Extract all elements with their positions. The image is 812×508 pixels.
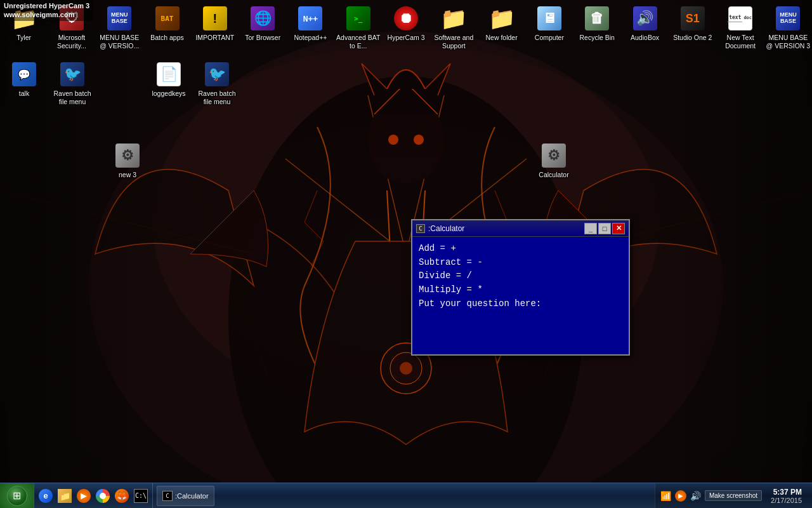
desktop-icon-computer[interactable]: 🖥 Computer [525,3,573,44]
start-button[interactable]: ⊞ [0,483,34,509]
tray-icon-media[interactable]: ▶ [675,490,686,502]
desktop-icon-studio-one-2[interactable]: S1 Studio One 2 [669,3,716,44]
desktop-icon-new-text-doc[interactable]: text doc New Text Document [716,3,764,52]
desktop-icon-calculator[interactable]: ⚙ Calculator [530,140,578,182]
make-screenshot-button[interactable]: Make screenshot [705,490,762,501]
windows-icon: ⊞ [13,490,21,502]
clock-area[interactable]: 5:37 PM 2/17/2015 [766,488,807,504]
desktop-icon-notepadpp[interactable]: N++ Notepad++ [287,3,334,44]
calc-line-5: Put your question here: [419,297,622,311]
desktop-icons-area: 📁 Tyler 🛡 Microsoft Security... MENUBASE… [0,0,812,483]
tray-icon-volume[interactable]: 🔊 [690,491,701,501]
calc-line-2: Subtract = - [419,256,622,270]
desktop-icon-menu-base-3[interactable]: MENUBASE MENU BASE @ VERSION 3 [764,3,812,52]
start-orb: ⊞ [7,486,27,506]
quick-launch-ie[interactable]: e [37,487,55,505]
system-tray: 📶 ▶ 🔊 Make screenshot 5:37 PM 2/17/2015 [655,483,812,508]
taskbar-items: C :Calculator [153,483,655,508]
tray-icon-network[interactable]: 📶 [660,491,671,501]
desktop-icon-new-3[interactable]: ⚙ new 3 [103,140,152,182]
calc-maximize-button[interactable]: □ [598,223,611,234]
desktop-icon-tyler[interactable]: 📁 Tyler [0,3,48,44]
clock-time: 5:37 PM [771,488,802,497]
desktop-icon-talk[interactable]: 💬 talk [0,58,48,100]
calc-line-4: Multiply = * [419,283,622,297]
taskbar-calc-label: :Calculator [175,492,209,500]
desktop-icon-loggedkeys[interactable]: 📄 loggedkeys [145,58,193,100]
calc-minimize-button[interactable]: _ [584,223,597,234]
calc-title-text: :Calculator [428,224,583,233]
desktop-icon-important[interactable]: ! IMPORTANT [191,3,239,44]
calculator-window: C :Calculator _ □ ✕ Add = + Subtract = -… [411,219,630,356]
quick-launch-explorer[interactable]: 📁 [56,487,74,505]
desktop-icon-batch-apps[interactable]: BAT Batch apps [143,3,191,44]
firefox-icon: 🦊 [115,489,129,503]
taskbar-item-calculator[interactable]: C :Calculator [157,486,214,506]
icon-row-top: 📁 Tyler 🛡 Microsoft Security... MENUBASE… [0,0,812,55]
ie-icon: e [39,489,53,503]
quick-launch-wmp[interactable]: ▶ [75,487,93,505]
desktop-icon-recycle-bin[interactable]: 🗑 Recycle Bin [573,3,621,44]
calc-title-icon: C [416,224,425,233]
taskbar: ⊞ e 📁 ▶ 🦊 C:\ [0,483,812,508]
desktop-icon-microsoft-security[interactable]: 🛡 Microsoft Security... [48,3,95,52]
desktop-icon-audiobox[interactable]: 🔊 AudioBox [621,3,669,44]
quick-launch-cmd[interactable]: C:\ [132,487,150,505]
desktop-icon-new-folder[interactable]: 📁 New folder [478,3,525,44]
icon-row-second: 💬 talk 🐦 Raven batch file menu 📄 loggedk… [0,57,812,109]
quick-launch-area: e 📁 ▶ 🦊 C:\ [34,483,153,508]
desktop-icon-raven-batch-1[interactable]: 🐦 Raven batch file menu [48,58,96,108]
calc-line-3: Divide = / [419,269,622,283]
quick-launch-firefox[interactable]: 🦊 [113,487,131,505]
calc-titlebar: C :Calculator _ □ ✕ [412,220,629,237]
desktop-icon-software-support[interactable]: 📁 Software and Support [430,3,478,52]
desktop-icon-hypercam3[interactable]: ⏺ HyperCam 3 [382,3,429,44]
desktop-icon-tor-browser[interactable]: 🌐 Tor Browser [239,3,286,44]
calc-body: Add = + Subtract = - Divide = / Multiply… [412,237,629,354]
desktop-icon-advanced-bat[interactable]: >_ Advanced BAT to E... [334,3,382,52]
desktop-icon-raven-batch-2[interactable]: 🐦 Raven batch file menu [193,58,241,108]
cmd-icon: C:\ [134,489,148,503]
desktop: Unregistered HyperCam 3 www.solveigmm.co… [0,0,812,508]
taskbar-calc-icon: C [162,491,173,501]
calc-line-1: Add = + [419,242,622,256]
calc-close-button[interactable]: ✕ [612,223,625,234]
clock-date: 2/17/2015 [771,497,802,504]
quick-launch-chrome[interactable] [94,487,112,505]
chrome-icon [96,489,110,503]
desktop-icon-menu-base-1[interactable]: MENUBASE MENU BASE @ VERSIO... [96,3,143,52]
wmp-icon: ▶ [77,489,91,503]
explorer-icon: 📁 [58,489,72,503]
